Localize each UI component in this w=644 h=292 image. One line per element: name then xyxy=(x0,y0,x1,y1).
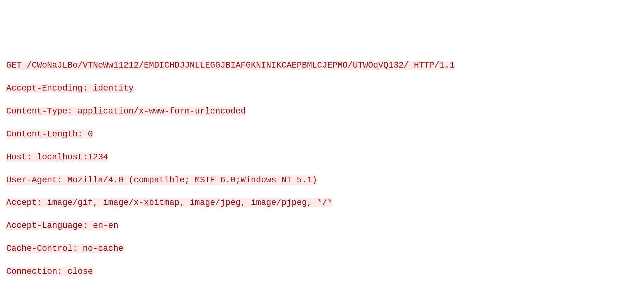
request-text: Connection: close xyxy=(6,267,93,276)
request-header: Connection: close xyxy=(6,266,638,277)
request-header: Host: localhost:1234 xyxy=(6,152,638,163)
request-text: Content-Length: 0 xyxy=(6,129,93,139)
request-header: Accept: image/gif, image/x-xbitmap, imag… xyxy=(6,197,638,208)
request-text: Accept-Language: en-en xyxy=(6,221,118,230)
request-header: User-Agent: Mozilla/4.0 (compatible; MSI… xyxy=(6,174,638,186)
http-request-block: GET /CWoNaJLBo/VTNeWw11212/EMDICHDJJNLLE… xyxy=(6,48,638,289)
request-header: Content-Length: 0 xyxy=(6,129,638,140)
request-header: Cache-Control: no-cache xyxy=(6,243,638,254)
request-header: Content-Type: application/x-www-form-url… xyxy=(6,106,638,117)
request-text: Content-Type: application/x-www-form-url… xyxy=(6,107,246,116)
request-text: Host: localhost:1234 xyxy=(6,152,108,162)
request-line: GET /CWoNaJLBo/VTNeWw11212/EMDICHDJJNLLE… xyxy=(6,60,638,71)
request-text: Accept-Encoding: identity xyxy=(6,84,134,93)
request-text: GET /CWoNaJLBo/VTNeWw11212/EMDICHDJJNLLE… xyxy=(6,61,455,70)
request-text: Cache-Control: no-cache xyxy=(6,244,124,253)
request-text: Accept: image/gif, image/x-xbitmap, imag… xyxy=(6,198,332,207)
request-header: Accept-Language: en-en xyxy=(6,220,638,231)
request-text: User-Agent: Mozilla/4.0 (compatible; MSI… xyxy=(6,175,317,185)
request-header: Accept-Encoding: identity xyxy=(6,83,638,94)
